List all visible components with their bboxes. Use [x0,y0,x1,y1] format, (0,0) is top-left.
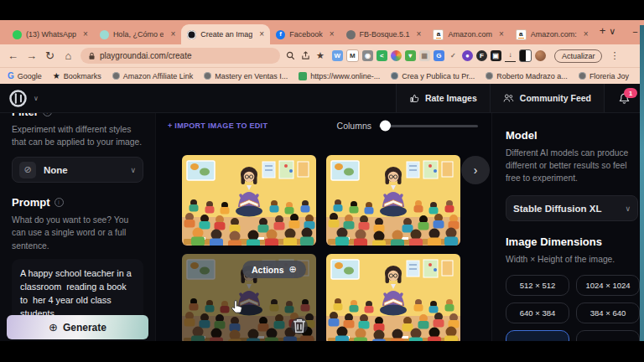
site-icon [299,72,307,80]
actions-button[interactable]: Actions ⊕ [242,261,306,278]
trash-icon [291,318,308,334]
import-image-link[interactable]: + IMPORT IMAGE TO EDIT [168,122,267,130]
url-text: playgroundai.com/create [100,51,192,60]
purple-ext-icon[interactable]: ● [462,50,473,61]
bookmarks-bar: G Google ★ Bookmarks Amazon Affiliate Li… [0,67,644,84]
dimension-options: 512 × 512 1024 × 1024 640 × 384 384 × 64… [506,275,640,342]
playground-favicon [187,30,196,39]
forward-icon[interactable]: → [25,50,38,61]
amazon-icon: a [433,29,444,40]
share-nodes-icon[interactable]: < [377,50,387,61]
rate-images-button[interactable]: Rate Images [396,84,490,112]
canvas-area: + IMPORT IMAGE TO EDIT Columns Actions ⊕ [156,84,491,341]
browser-tab-bar: (13) WhatsApp × Hola, ¿Cómo e × Create a… [0,20,644,44]
plus-circle-icon: ⊕ [49,321,58,334]
slider-thumb[interactable] [380,121,391,132]
dimension-1024x1024[interactable]: 1024 × 1024 [576,275,640,296]
close-tab-icon[interactable]: × [83,30,88,39]
ext-m-icon[interactable]: M [346,49,359,62]
bookmark-wordpress[interactable]: Crea y Publica tu Pr... [391,72,475,80]
tab-facebook[interactable]: f Facebook × [270,24,340,44]
minimize-icon[interactable]: − [632,27,637,37]
chat-icon [100,30,109,39]
tab-playground-active[interactable]: Create an Imag × [181,24,270,44]
translate-icon[interactable]: G [434,50,444,61]
bookmark-folder-bookmarks[interactable]: ★ Bookmarks [53,71,101,80]
camera-icon[interactable]: ◉ [362,50,373,61]
dark-f-icon[interactable]: F [476,50,487,61]
close-tab-icon[interactable]: × [417,30,422,39]
delete-image-button[interactable] [291,318,308,334]
globe-icon [579,72,586,80]
page-scrollbar[interactable] [640,25,644,341]
next-page-button[interactable]: › [461,156,490,184]
bookmark-google[interactable]: G Google [8,71,42,80]
close-tab-icon[interactable]: × [170,30,175,39]
dimension-selected[interactable] [506,330,569,342]
grid-icon[interactable]: ▦ [419,50,430,61]
bookmark-online[interactable]: https://www.online-... [299,72,380,80]
plus-circle-icon: ⊕ [289,264,297,275]
ext-w-icon[interactable]: W [332,50,343,61]
dimension-384x640[interactable]: 384 × 640 [576,303,640,323]
tab-fb-bosque[interactable]: FB-Bosque.5.1 × [340,24,428,44]
bookmark-roberto[interactable]: Roberto Madrazo a... [486,72,568,80]
filter-dropdown[interactable]: ⊘ None ∨ [12,157,143,183]
screen: (13) WhatsApp × Hola, ¿Cómo e × Create a… [0,0,644,362]
model-dropdown[interactable]: Stable Diffusion XL ∨ [506,195,638,221]
generated-image-1[interactable] [182,155,316,246]
browser-menu-icon[interactable]: ⋮ [610,50,619,61]
browser-toolbar: ← → ↻ ⌂ playgroundai.com/create ★ W M ◉ … [0,44,644,67]
facebook-icon: f [276,30,285,39]
bookmark-mastery[interactable]: Mastery en Ventas I... [204,72,288,80]
window-controls: ∨ − □ × [609,26,644,37]
columns-label: Columns [337,121,371,131]
prompt-section-title: Prompt i [12,196,143,209]
generated-image-3[interactable]: Actions ⊕ [182,254,316,341]
download-icon[interactable]: ↓ [505,50,516,62]
playground-logo-menu[interactable]: ∨ [8,89,39,108]
whatsapp-icon [13,30,22,39]
generated-image-2[interactable] [326,155,460,246]
header-actions: Rate Images Community Feed [396,84,644,112]
share-icon[interactable] [301,51,310,60]
star-icon: ★ [53,71,60,80]
close-tab-icon[interactable]: × [330,30,335,39]
tab-amazon-2[interactable]: a Amazon.com: × [510,24,595,44]
reload-icon[interactable]: ↻ [44,50,56,61]
check-icon[interactable]: ✓ [448,50,459,61]
tab-search-icon[interactable]: ∨ [609,26,615,37]
bookmark-floreria[interactable]: Floreria Joy [579,72,629,80]
profile-avatar[interactable] [535,50,546,61]
zoom-icon[interactable] [286,51,295,60]
community-feed-button[interactable]: Community Feed [490,84,604,112]
tab-chat[interactable]: Hola, ¿Cómo e × [94,24,181,44]
color-wheel-icon[interactable] [391,50,402,61]
new-tab-button[interactable]: + [600,24,606,37]
tab-amazon-1[interactable]: a Amazon.com × [427,24,509,44]
generated-image-4[interactable] [326,254,460,341]
canvas-toolbar: + IMPORT IMAGE TO EDIT Columns [168,121,478,131]
close-tab-icon[interactable]: × [259,30,264,39]
dimension-640x384[interactable]: 640 × 384 [506,303,569,323]
close-tab-icon[interactable]: × [499,30,504,39]
contact-icon[interactable]: ▾ [405,50,416,61]
chevron-down-icon: ∨ [625,204,631,213]
bookmark-amazon-affiliate[interactable]: Amazon Affiliate Link [112,72,193,80]
columns-slider[interactable] [379,125,478,127]
dimension-512x512[interactable]: 512 × 512 [506,275,569,296]
chevron-down-icon: ∨ [34,95,39,102]
address-bar[interactable]: playgroundai.com/create [80,48,280,64]
contrast-icon[interactable] [519,49,532,62]
home-icon[interactable]: ⌂ [62,50,75,61]
bookmark-star-icon[interactable]: ★ [316,51,325,60]
puzzle-icon[interactable]: ▣ [491,50,501,61]
dimension-option-6[interactable] [576,330,640,342]
update-browser-button[interactable]: Actualizar [554,49,603,63]
globe-icon [486,72,493,80]
notifications-button[interactable]: 1 [604,84,644,112]
tab-whatsapp[interactable]: (13) WhatsApp × [7,24,94,44]
close-tab-icon[interactable]: × [584,30,589,39]
generate-button[interactable]: ⊕ Generate [7,315,148,339]
back-icon[interactable]: ← [7,50,19,61]
